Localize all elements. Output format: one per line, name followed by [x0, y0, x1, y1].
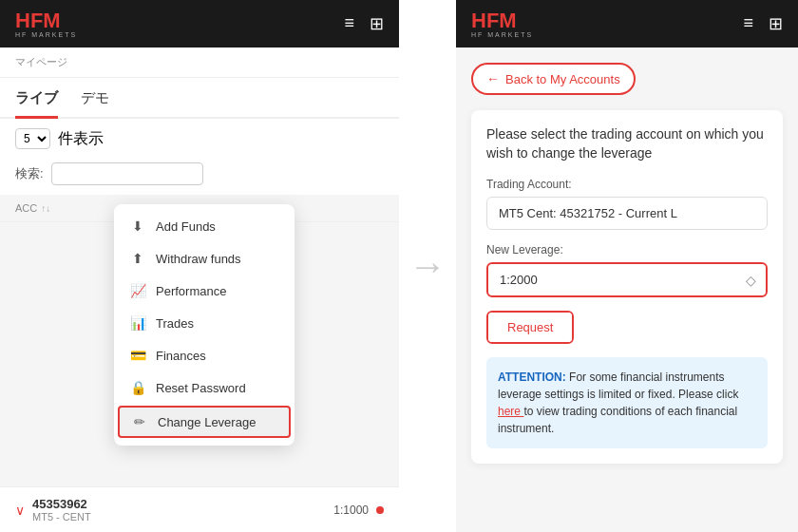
- acc-col-header: ACC: [15, 202, 37, 214]
- sort-icon[interactable]: ↑↓: [41, 203, 50, 214]
- tabs-bar: ライブ デモ: [0, 78, 399, 119]
- reset-password-label: Reset Password: [156, 381, 246, 395]
- logo: HFM HF MARKETS: [15, 10, 77, 38]
- breadcrumb-text: マイページ: [15, 56, 67, 67]
- bottom-account: ∨ 45353962 MT5 - CENT 1:1000: [0, 486, 399, 532]
- add-funds-label: Add Funds: [156, 219, 216, 234]
- menu-change-leverage[interactable]: ✏ Change Leverage: [118, 406, 291, 438]
- menu-finances[interactable]: 💳 Finances: [114, 339, 294, 371]
- account-leverage-bottom: 1:1000: [333, 504, 369, 517]
- back-arrow-icon: ←: [486, 71, 500, 86]
- header-icons: ≡ ⊞: [344, 13, 384, 34]
- search-label: 検索:: [15, 165, 44, 182]
- logo-hf: HF: [15, 9, 43, 32]
- new-leverage-label: New Leverage:: [486, 243, 768, 256]
- show-label: 件表示: [58, 129, 104, 149]
- right-panel: HFM HF MARKETS ≡ ⊞ ← Back to My Accounts…: [456, 0, 798, 532]
- right-grid-icon[interactable]: ⊞: [769, 13, 783, 34]
- trading-account-label: Trading Account:: [486, 178, 768, 191]
- status-dot: [376, 506, 384, 514]
- attention-label: ATTENTION:: [498, 370, 566, 384]
- trading-account-select[interactable]: MT5 Cent: 45321752 - Current L: [486, 197, 768, 230]
- logo-subtitle: HF MARKETS: [15, 31, 77, 38]
- trades-label: Trades: [156, 316, 194, 331]
- search-row: 検索:: [0, 159, 399, 195]
- right-logo: HFM HF MARKETS: [471, 10, 533, 38]
- finances-label: Finances: [156, 349, 206, 363]
- menu-reset-password[interactable]: 🔒 Reset Password: [114, 371, 294, 404]
- withdraw-icon: ⬆: [129, 251, 146, 266]
- performance-icon: 📈: [129, 283, 146, 298]
- right-header: HFM HF MARKETS ≡ ⊞: [456, 0, 798, 48]
- right-logo-subtitle: HF MARKETS: [471, 31, 533, 38]
- right-header-icons: ≡ ⊞: [743, 13, 783, 34]
- items-per-page-select[interactable]: 5: [15, 128, 50, 149]
- performance-label: Performance: [156, 284, 226, 298]
- right-content: ← Back to My Accounts Please select the …: [456, 48, 798, 490]
- back-to-accounts-button[interactable]: ← Back to My Accounts: [471, 63, 636, 95]
- leverage-select[interactable]: 1:2000: [488, 264, 766, 295]
- search-input[interactable]: [51, 162, 203, 185]
- context-menu: ⬇ Add Funds ⬆ Withdraw funds 📈 Performan…: [114, 204, 294, 446]
- right-logo-hf: HF: [471, 9, 499, 32]
- menu-withdraw-funds[interactable]: ⬆ Withdraw funds: [114, 242, 294, 275]
- attention-box: ATTENTION: For some financial instrument…: [486, 357, 768, 448]
- form-title: Please select the trading account on whi…: [486, 125, 768, 162]
- forward-arrow-icon: →: [408, 245, 446, 288]
- account-number-bottom: 45353962: [32, 497, 91, 511]
- right-hamburger-icon[interactable]: ≡: [743, 13, 753, 34]
- trades-icon: 📊: [129, 315, 146, 331]
- tab-demo[interactable]: デモ: [81, 89, 109, 117]
- breadcrumb: マイページ: [0, 48, 399, 78]
- account-type-bottom: MT5 - CENT: [32, 511, 91, 522]
- menu-add-funds[interactable]: ⬇ Add Funds: [114, 210, 294, 242]
- request-button-wrapper: Request: [486, 311, 574, 344]
- request-button[interactable]: Request: [488, 313, 572, 342]
- left-header: HFM HF MARKETS ≡ ⊞: [0, 0, 399, 48]
- grid-icon[interactable]: ⊞: [370, 13, 384, 34]
- add-funds-icon: ⬇: [129, 218, 146, 234]
- controls-row: 5 件表示: [0, 119, 399, 159]
- logo-text: HFM: [15, 10, 61, 31]
- tab-live[interactable]: ライブ: [15, 89, 58, 117]
- attention-link[interactable]: here: [498, 405, 523, 418]
- menu-performance[interactable]: 📈 Performance: [114, 275, 294, 307]
- withdraw-label: Withdraw funds: [156, 252, 241, 266]
- change-leverage-form: Please select the trading account on whi…: [471, 110, 783, 464]
- menu-trades[interactable]: 📊 Trades: [114, 307, 294, 339]
- right-logo-m: M: [499, 9, 516, 32]
- logo-m: M: [43, 9, 60, 32]
- change-leverage-label: Change Leverage: [158, 415, 256, 429]
- reset-password-icon: 🔒: [129, 380, 146, 395]
- back-button-label: Back to My Accounts: [505, 72, 620, 86]
- left-panel: HFM HF MARKETS ≡ ⊞ マイページ ライブ デモ 5 件表示 検索…: [0, 0, 399, 532]
- arrow-container: →: [399, 0, 456, 532]
- finances-icon: 💳: [129, 348, 146, 363]
- account-row-bottom: ∨ 45353962 MT5 - CENT 1:1000: [15, 497, 384, 522]
- leverage-field-wrapper: 1:2000 ◇: [486, 262, 768, 297]
- right-logo-text: HFM: [471, 10, 517, 31]
- change-leverage-icon: ✏: [131, 414, 148, 429]
- expand-icon[interactable]: ∨: [15, 503, 25, 518]
- hamburger-icon[interactable]: ≡: [344, 13, 354, 34]
- attention-text2: to view trading conditions of each finan…: [498, 405, 737, 435]
